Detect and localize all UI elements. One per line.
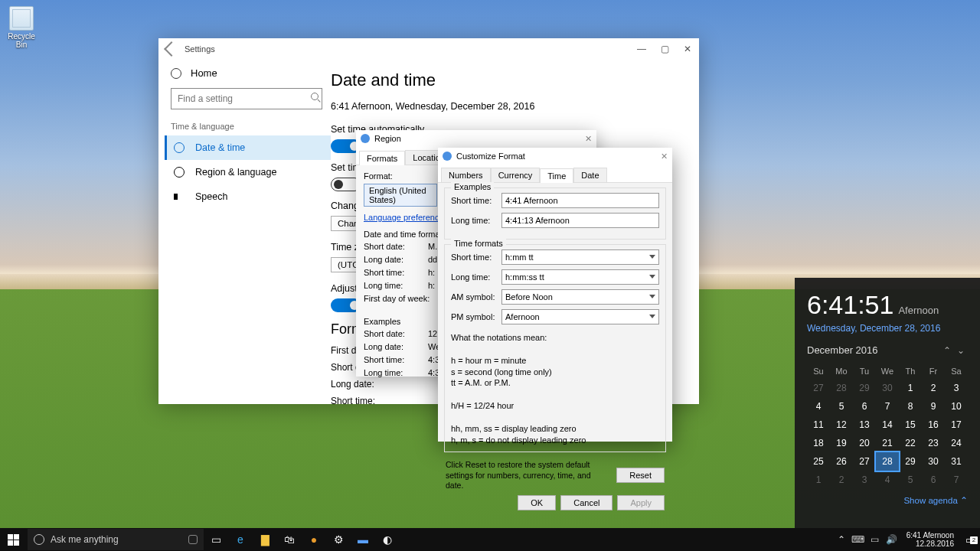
region-titlebar[interactable]: Region ✕ [356, 130, 596, 147]
calendar-day[interactable]: 23 [922, 434, 945, 452]
reset-button[interactable]: Reset [616, 468, 665, 483]
calendar-day[interactable]: 7 [876, 397, 899, 416]
back-icon[interactable] [164, 41, 179, 57]
calendar-day[interactable]: 28 [830, 379, 853, 397]
calendar-day[interactable]: 29 [899, 452, 922, 471]
calendar-day[interactable]: 15 [899, 416, 922, 434]
tab-numbers[interactable]: Numbers [441, 168, 491, 182]
calendar-day[interactable]: 4 [807, 397, 830, 416]
calendar-day[interactable]: 12 [830, 416, 853, 434]
store-icon[interactable]: 🛍 [277, 528, 302, 551]
start-button[interactable] [0, 528, 26, 551]
app-icon-3[interactable]: ◐ [375, 528, 400, 551]
long-time-select[interactable]: h:mm:ss tt [501, 269, 659, 285]
calendar-day[interactable]: 2 [830, 471, 853, 489]
calendar-day[interactable]: 8 [899, 397, 922, 416]
sidebar-item-region[interactable]: Region & language [165, 160, 331, 184]
calendar-day[interactable]: 13 [853, 416, 876, 434]
settings-taskbar-icon[interactable]: ⚙ [326, 528, 351, 551]
search-input[interactable] [171, 88, 322, 109]
app-icon[interactable]: ● [302, 528, 326, 551]
maximize-button[interactable]: ▢ [653, 38, 676, 60]
next-month-button[interactable]: ⌄ [954, 345, 968, 356]
calendar-day[interactable]: 27 [807, 379, 830, 397]
sidebar-home[interactable]: Home [165, 60, 331, 86]
prev-month-button[interactable]: ⌃ [940, 345, 954, 356]
customize-tabs: Numbers Currency Time Date [438, 165, 672, 183]
edge-icon[interactable]: e [228, 528, 253, 551]
calendar-day[interactable]: 6 [922, 471, 945, 489]
calendar-day[interactable]: 26 [830, 452, 853, 471]
calendar-day[interactable]: 9 [922, 397, 945, 416]
calendar-day[interactable]: 20 [853, 434, 876, 452]
calendar-day[interactable]: 1 [807, 471, 830, 489]
flyout-date[interactable]: Wednesday, December 28, 2016 [807, 323, 968, 334]
calendar-day[interactable]: 2 [922, 379, 945, 397]
sidebar-item-speech[interactable]: Speech [165, 184, 331, 209]
calendar-day[interactable]: 11 [807, 416, 830, 434]
show-agenda-link[interactable]: Show agenda ⌃ [807, 495, 968, 506]
tab-formats[interactable]: Formats [359, 151, 405, 165]
calendar-day[interactable]: 22 [899, 434, 922, 452]
month-label[interactable]: December 2016 [807, 344, 940, 356]
minimize-button[interactable]: — [630, 38, 653, 60]
calendar-day[interactable]: 16 [922, 416, 945, 434]
app-icon-2[interactable]: ▬ [351, 528, 375, 551]
keyboard-icon[interactable]: ⌨ [850, 534, 867, 545]
task-view-button[interactable]: ▭ [204, 528, 228, 551]
language-preferences-link[interactable]: Language preferences [364, 213, 448, 222]
calendar-day[interactable]: 10 [945, 397, 968, 416]
calendar-day[interactable]: 17 [945, 416, 968, 434]
action-center-button[interactable]: ▭2 [960, 534, 980, 546]
file-explorer-icon[interactable]: ▇ [253, 528, 277, 551]
calendar-day[interactable]: 4 [876, 471, 899, 489]
cortana-search[interactable]: Ask me anything [28, 529, 204, 550]
calendar-day[interactable]: 28 [876, 452, 899, 471]
short-time-select[interactable]: h:mm tt [501, 249, 659, 265]
customize-format-window: Customize Format ✕ Numbers Currency Time… [438, 148, 672, 442]
volume-icon[interactable]: 🔊 [884, 534, 900, 545]
calendar-day[interactable]: 27 [853, 452, 876, 471]
page-title: Date and time [331, 70, 699, 90]
apply-button[interactable]: Apply [617, 495, 665, 510]
calendar-day[interactable]: 6 [853, 397, 876, 416]
tab-currency[interactable]: Currency [491, 168, 541, 182]
close-button[interactable]: ✕ [661, 152, 668, 161]
customize-titlebar[interactable]: Customize Format ✕ [438, 148, 672, 165]
calendar-day[interactable]: 24 [945, 434, 968, 452]
calendar-day[interactable]: 18 [807, 434, 830, 452]
pm-symbol-select[interactable]: Afernoon [501, 309, 659, 324]
calendar-day[interactable]: 3 [853, 471, 876, 489]
calendar-day[interactable]: 31 [945, 452, 968, 471]
close-button[interactable]: ✕ [676, 38, 699, 60]
calendar-day[interactable]: 30 [876, 379, 899, 397]
calendar-day[interactable]: 7 [945, 471, 968, 489]
tab-time[interactable]: Time [540, 168, 573, 183]
close-button[interactable]: ✕ [585, 134, 592, 144]
sidebar-item-date-time[interactable]: Date & time [165, 135, 331, 160]
calendar-day[interactable]: 1 [899, 379, 922, 397]
calendar-day[interactable]: 3 [945, 379, 968, 397]
tab-date[interactable]: Date [573, 168, 606, 182]
network-icon[interactable]: ▭ [867, 534, 884, 545]
calendar-day[interactable]: 5 [899, 471, 922, 489]
format-select[interactable]: English (United States) [364, 184, 437, 207]
calendar-day[interactable]: 21 [876, 434, 899, 452]
day-header: We [876, 364, 899, 379]
ok-button[interactable]: OK [518, 495, 556, 510]
cancel-button[interactable]: Cancel [560, 495, 612, 510]
calendar-day[interactable]: 5 [830, 397, 853, 416]
globe-icon [174, 167, 185, 178]
calendar-day[interactable]: 25 [807, 452, 830, 471]
am-symbol-select[interactable]: Before Noon [501, 289, 659, 305]
taskbar-clock[interactable]: 6:41 Afernoon 12.28.2016 [900, 531, 960, 548]
globe-icon [443, 152, 452, 161]
calendar-day[interactable]: 14 [876, 416, 899, 434]
settings-titlebar[interactable]: Settings — ▢ ✕ [158, 38, 699, 60]
calendar-day[interactable]: 30 [922, 452, 945, 471]
recycle-bin[interactable]: Recycle Bin [5, 6, 38, 49]
calendar-day[interactable]: 29 [853, 379, 876, 397]
calendar-day[interactable]: 19 [830, 434, 853, 452]
system-tray: ⌃ ⌨ ▭ 🔊 6:41 Afernoon 12.28.2016 ▭2 [833, 528, 980, 551]
tray-overflow-icon[interactable]: ⌃ [833, 534, 850, 545]
